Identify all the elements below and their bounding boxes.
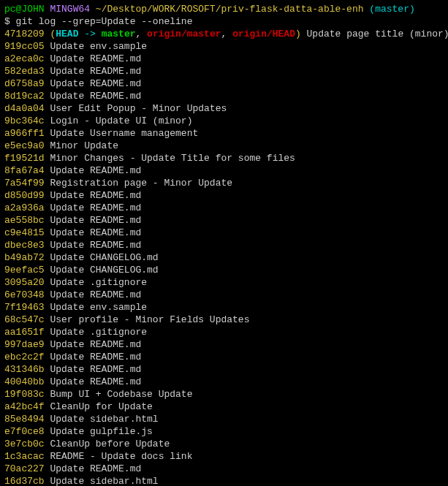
commit-hash: 6e70348 (4, 289, 45, 300)
command-text: $ git log --grep=Update --oneline (4, 16, 192, 27)
commit-row: 3e7cb0c CleanUp before Update (4, 438, 444, 450)
commit-row: 8fa67a4 Update README.md (4, 164, 444, 177)
commit-hash: 68c547c (4, 314, 45, 325)
commit-msg: Bump UI + Codebase Update (45, 389, 193, 400)
commit-hash: 9bc364c (4, 115, 45, 126)
commit-row: a2eca0c Update README.md (4, 53, 444, 65)
commit-msg: Update README.md (45, 463, 142, 474)
commit-msg: Update env.sample (45, 302, 147, 313)
commit-msg: Update README.md (45, 364, 142, 375)
commit-msg: Update README.md (45, 215, 142, 226)
commit-msg: Update env.sample (45, 41, 147, 52)
commit-msg: User Edit Popup - Minor Updates (45, 103, 227, 114)
commit-row: ebc2c2f Update README.md (4, 351, 444, 363)
commit-row: 3095a20 Update .gitignore (4, 276, 444, 289)
commit-row: 9eefac5 Update CHANGELOG.md (4, 264, 444, 276)
ref-remote1: origin/master (147, 29, 221, 39)
commit-msg: Minor Changes - Update Title for some fi… (45, 153, 295, 164)
commit-row: e7f0ce8 Update gulpfile.js (4, 425, 444, 438)
commit-msg: Update README.md (45, 352, 142, 362)
commit-hash: a2eca0c (4, 53, 45, 64)
commit-row: 1c3acac README - Update docs link (4, 450, 444, 463)
commit-hash: dbec8e3 (4, 240, 45, 251)
commit-hash: d4a0a04 (4, 103, 45, 114)
commit-row: 8d19ca2 Update README.md (4, 90, 444, 102)
commit-row: b49ab72 Update CHANGELOG.md (4, 251, 444, 264)
commit-msg: Update README.md (45, 202, 142, 213)
prompt-user: pc@JOHN (4, 4, 45, 15)
commit-row: a42bc4f CleanUp for Update (4, 400, 444, 413)
commit-hash: 8d19ca2 (4, 91, 45, 102)
commit-hash: f19521d (4, 153, 45, 164)
commit-msg: Update README.md (45, 53, 142, 64)
commit-msg: Update page title (minor) (301, 29, 448, 39)
ref-close: ) (295, 29, 301, 39)
commit-hash: 582eda3 (4, 66, 45, 77)
commit-msg: Update CHANGELOG.md (45, 252, 159, 263)
commit-hash: 8fa67a4 (4, 165, 45, 176)
commit-row: d850d99 Update README.md (4, 189, 444, 202)
commit-hash: e7f0ce8 (4, 426, 45, 437)
commit-row: 85e8494 Update sidebar.html (4, 413, 444, 425)
commit-hash: a966ff1 (4, 128, 45, 139)
prompt-path: ~/Desktop/WORK/ROSOFT/priv-flask-datta-a… (96, 4, 364, 15)
commit-msg: Update README.md (45, 227, 142, 238)
commit-hash: 431346b (4, 364, 45, 375)
commit-hash: 7f19463 (4, 302, 45, 313)
commit-msg: Update README.md (45, 91, 142, 102)
commit-msg: Update .gitignore (45, 327, 147, 338)
commit-msg: Update .gitignore (45, 277, 147, 288)
commit-row: 68c547c User profile - Minor Fields Upda… (4, 314, 444, 326)
commit-msg: Update README.md (45, 190, 142, 201)
commit-msg: Update README.md (45, 376, 142, 387)
commit-msg: Update README.md (45, 165, 142, 176)
commit-msg: Update gulpfile.js (45, 426, 153, 437)
commit-row: dbec8e3 Update README.md (4, 239, 444, 251)
commit-msg: User profile - Minor Fields Updates (45, 314, 250, 325)
commit-msg: CleanUp for Update (45, 401, 153, 412)
commit-hash: b49ab72 (4, 252, 45, 263)
commit-row: a966ff1 Update Username management (4, 127, 444, 140)
commit-hash: 85e8494 (4, 414, 45, 425)
commit-row: d6758a9 Update README.md (4, 77, 444, 90)
commit-row: f19521d Minor Changes - Update Title for… (4, 152, 444, 164)
commit-hash: 3e7cb0c (4, 438, 45, 449)
commit-row: 919cc05 Update env.sample (4, 40, 444, 53)
commit-hash: 7a54f99 (4, 178, 45, 189)
ref-arrow: -> (78, 29, 101, 39)
commit-row: 16d37cb Update sidebar.html (4, 475, 444, 486)
commit-hash: 4718209 (4, 29, 45, 39)
commit-hash: 40040bb (4, 376, 45, 387)
commit-row: 40040bb Update README.md (4, 376, 444, 388)
commit-row: 7f19463 Update env.sample (4, 301, 444, 314)
commit-hash: 3095a20 (4, 277, 45, 288)
commit-hash: 16d37cb (4, 476, 45, 486)
commit-msg: Update README.md (45, 240, 142, 251)
commit-msg: Update README.md (45, 66, 142, 77)
commit-hash: a42bc4f (4, 401, 45, 412)
commit-row: c9e4815 Update README.md (4, 227, 444, 239)
commit-row-head: 4718209 (HEAD -> master, origin/master, … (4, 28, 444, 40)
commit-msg: Login - Update UI (minor) (45, 115, 193, 126)
commit-hash: 70ac227 (4, 463, 45, 474)
commit-msg: Update sidebar.html (45, 414, 159, 425)
commit-row: d4a0a04 User Edit Popup - Minor Updates (4, 102, 444, 115)
prompt-branch: (master) (369, 4, 414, 15)
commit-hash: ae558bc (4, 215, 45, 226)
commit-hash: e5ec9a0 (4, 140, 45, 151)
commit-row: 70ac227 Update README.md (4, 463, 444, 475)
commit-row: 582eda3 Update README.md (4, 65, 444, 77)
commit-row: 19f083c Bump UI + Codebase Update (4, 388, 444, 400)
commit-msg: Registration page - Minor Update (45, 178, 232, 189)
commit-msg: Update sidebar.html (45, 476, 159, 486)
commit-msg: README - Update docs link (45, 451, 193, 462)
commit-msg: Update README.md (45, 78, 142, 89)
ref-local: master (102, 29, 136, 39)
shell-prompt: pc@JOHN MINGW64 ~/Desktop/WORK/ROSOFT/pr… (4, 3, 444, 15)
commit-hash: 1c3acac (4, 451, 45, 462)
commit-row: 6e70348 Update README.md (4, 289, 444, 301)
command-line[interactable]: $ git log --grep=Update --oneline (4, 15, 444, 28)
commit-hash: a2a936a (4, 202, 45, 213)
commit-msg: Minor Update (45, 140, 118, 151)
commit-row: e5ec9a0 Minor Update (4, 140, 444, 152)
